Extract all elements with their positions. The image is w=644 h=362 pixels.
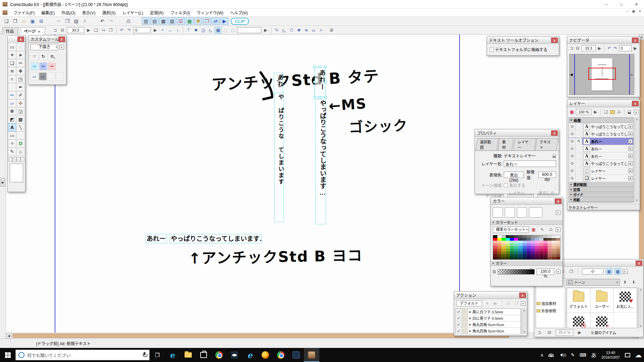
- custom-eraser-button[interactable]: ▱: [31, 72, 38, 80]
- nav-rotate-cw-icon[interactable]: ↷: [613, 45, 618, 52]
- panel-settings-icon[interactable]: ⊞: [328, 27, 335, 34]
- palette-color-cell[interactable]: [523, 243, 527, 246]
- layer-visibility-eye-icon[interactable]: ⊙: [569, 131, 576, 137]
- layer-section-header[interactable]: ▼ 定規: [569, 187, 633, 192]
- action-expand-icon[interactable]: ▶: [469, 329, 471, 333]
- transparent-color-swatch[interactable]: [517, 207, 527, 218]
- palette-color-cell[interactable]: [535, 251, 539, 254]
- palette-color-cell[interactable]: [527, 246, 531, 249]
- zoom-menu-icon[interactable]: ▶: [85, 27, 92, 34]
- materials-close-icon[interactable]: x: [636, 260, 642, 266]
- navigator-close-icon[interactable]: x: [632, 38, 639, 43]
- snap-preset-dropdown[interactable]: [237, 27, 261, 33]
- snap-menu-icon[interactable]: ▶: [262, 27, 269, 34]
- text-tool-options-close-icon[interactable]: x: [551, 38, 558, 43]
- dark-app-button[interactable]: [288, 348, 304, 362]
- nav-zoom-menu-icon[interactable]: ▶: [597, 45, 602, 52]
- tool-button[interactable]: ╲: [16, 123, 24, 131]
- action-expand-icon[interactable]: ▶: [469, 317, 471, 320]
- touch-keyboard-icon[interactable]: ⌨: [577, 352, 589, 358]
- layer-scroll-down-icon[interactable]: ∨: [636, 199, 638, 202]
- snap-b-icon[interactable]: ▢: [229, 27, 236, 34]
- tool-button[interactable]: ✧: [8, 139, 16, 147]
- action-enabled-check-icon[interactable]: ✓: [456, 328, 462, 334]
- nav-zoom-input[interactable]: 33.3: [582, 45, 596, 51]
- tone-show-checkbox[interactable]: [504, 183, 508, 187]
- menu-item[interactable]: ヘルプ(H): [227, 11, 251, 15]
- tool-button[interactable]: ✎: [8, 147, 16, 156]
- selection-handle[interactable]: [324, 66, 327, 68]
- pen-settings-icon[interactable]: ✎: [569, 352, 577, 358]
- palette-color-cell[interactable]: [510, 238, 514, 241]
- materials-tree-item[interactable]: 外部参照: [537, 308, 564, 313]
- materials-scroll-up-icon[interactable]: ∧: [640, 288, 642, 291]
- palette-color-cell[interactable]: [527, 254, 531, 257]
- custom-eraser-button[interactable]: [47, 72, 55, 80]
- ime-mode-icon[interactable]: あ: [589, 351, 599, 359]
- color-set-dropdown[interactable]: 標準カラーセット: [493, 227, 529, 233]
- palette-color-cell[interactable]: [548, 257, 552, 259]
- material-item[interactable]: ♥ お気に入...: [613, 288, 637, 313]
- nav-float-icon[interactable]: ⊐: [569, 45, 574, 52]
- edit-color-set-icon[interactable]: ✎: [539, 226, 546, 233]
- layer-menu-icon[interactable]: ▸: [628, 169, 633, 173]
- layer-visibility-eye-icon[interactable]: ⊙: [569, 175, 576, 182]
- palette-color-cell[interactable]: [552, 249, 556, 251]
- nav-view-rectangle[interactable]: [588, 68, 616, 80]
- palette-color-cell[interactable]: [518, 257, 523, 259]
- palette-color-cell[interactable]: [514, 257, 519, 259]
- palette-color-cell[interactable]: [518, 235, 523, 238]
- palette-color-cell[interactable]: [514, 241, 519, 243]
- grid-toggle-icon[interactable]: ▦: [215, 27, 221, 34]
- layer-row[interactable]: ⊙ A やっぱりこうなってしま... ▸: [569, 160, 633, 167]
- layer-row[interactable]: ⊙ A やっぱりこうなってしま... ▸: [569, 123, 633, 130]
- nav-collapse-icon[interactable]: ⊟: [575, 45, 580, 52]
- material-item[interactable]: ◷ 履歴: [567, 313, 590, 328]
- menu-item[interactable]: 選択(S): [99, 11, 119, 15]
- tool-button[interactable]: ⌗: [8, 75, 16, 83]
- material-item[interactable]: ユーザー: [590, 288, 614, 313]
- toolbar-button[interactable]: ⊞: [37, 17, 45, 25]
- chrome-button[interactable]: [211, 348, 227, 362]
- store-in-text-folder-checkbox[interactable]: [490, 48, 494, 52]
- toolbar-button[interactable]: ▶: [220, 17, 228, 25]
- palette-color-cell[interactable]: [527, 251, 531, 254]
- lock-icon[interactable]: ⬓: [552, 154, 556, 158]
- palette-color-cell[interactable]: [527, 257, 531, 259]
- color-section-header[interactable]: ▼ カラー: [491, 260, 562, 266]
- toolbar-button[interactable]: ▧: [168, 17, 176, 25]
- palette-color-cell[interactable]: [501, 238, 506, 241]
- palette-color-cell[interactable]: [501, 254, 506, 257]
- palette-color-cell[interactable]: [493, 235, 497, 238]
- clip-button[interactable]: CLIP: [231, 18, 249, 25]
- palette-color-cell[interactable]: [548, 254, 552, 257]
- layer-scrollbar[interactable]: ∧ ∨: [634, 117, 639, 202]
- toolbar-button[interactable]: ❒: [63, 17, 71, 25]
- palette-color-cell[interactable]: [518, 246, 523, 249]
- actions-close-icon[interactable]: x: [519, 293, 526, 298]
- tombo-layer-row[interactable]: ⊙ ▣ トンボ・基本枠レイヤー ▸: [569, 202, 633, 202]
- mat-zoom-menu-icon[interactable]: ▶: [576, 329, 583, 336]
- palette-color-cell[interactable]: [497, 235, 502, 238]
- slider-marker-icon[interactable]: ▽: [530, 267, 532, 270]
- toolbox-close-icon[interactable]: x: [17, 37, 24, 42]
- materials-scrollbar[interactable]: ∧ ∨: [638, 288, 643, 328]
- color-set-menu-icon[interactable]: ▸: [556, 228, 560, 232]
- palette-color-cell[interactable]: [531, 238, 535, 241]
- tool-button[interactable]: ✒: [16, 83, 24, 91]
- palette-color-cell[interactable]: [501, 243, 506, 246]
- palette-color-cell[interactable]: [556, 251, 560, 254]
- tab-page[interactable]: ページ✕: [19, 27, 46, 35]
- ruler-icon[interactable]: ⊤: [185, 27, 192, 34]
- microphone-icon[interactable]: [143, 352, 147, 358]
- selection-handle[interactable]: [324, 96, 327, 99]
- toolbar-button[interactable]: ⎙: [124, 17, 132, 25]
- toolbar-button[interactable]: ▤: [151, 17, 159, 25]
- action-enabled-check-icon[interactable]: ✓: [456, 309, 462, 315]
- palette-color-cell[interactable]: [501, 235, 506, 238]
- action-enabled-check-icon[interactable]: ✓: [456, 315, 462, 321]
- toolbar-button[interactable]: ▥: [142, 17, 150, 25]
- scroll-left-icon[interactable]: ◀: [6, 333, 12, 338]
- palette-color-cell[interactable]: [535, 246, 539, 249]
- tool-button[interactable]: ▩: [16, 115, 24, 123]
